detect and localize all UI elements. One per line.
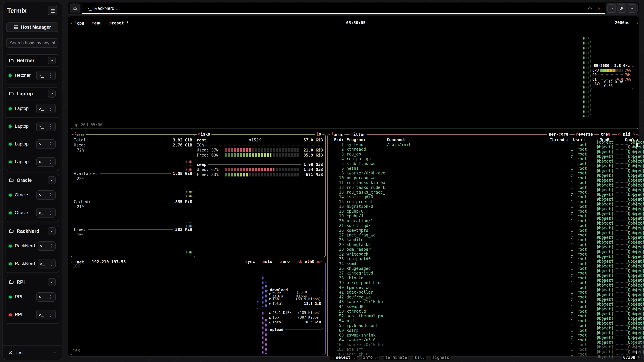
process-row[interactable]: 43 kworker/1:1H-kbl 1 root [object Objec… xyxy=(328,300,639,304)
net-sync-button[interactable]: sync xyxy=(244,259,256,264)
host-group-header[interactable]: Laptop xyxy=(6,88,59,99)
host-group-header[interactable]: RackNerd xyxy=(6,225,59,237)
proc-reverse-button[interactable]: reverse xyxy=(574,132,594,137)
host-row[interactable]: Oracle >_ ⋮ xyxy=(6,186,59,204)
host-more-button[interactable]: ⋮ xyxy=(46,293,55,301)
cpu-menu-button[interactable]: menu xyxy=(90,21,103,25)
process-row[interactable]: 54 mld 1 root [object Object] [object Ob… xyxy=(328,319,639,323)
disks-box-title[interactable]: disks xyxy=(197,132,212,137)
tools-button[interactable] xyxy=(618,4,626,13)
host-row[interactable]: RPI >_ ⋮ xyxy=(6,288,59,306)
process-row[interactable]: 30 oom_reaper 1 root [object Object] [ob… xyxy=(328,247,639,252)
process-row[interactable]: 2 kthreadd 1 root [object Object] [objec… xyxy=(328,147,639,152)
proc-terminate-control[interactable]: terminate xyxy=(384,355,408,360)
tab-close-icon[interactable]: × xyxy=(598,5,601,11)
host-row[interactable]: Laptop >_ ⋮ xyxy=(6,135,59,153)
group-collapse-button[interactable] xyxy=(48,176,56,184)
col-pid[interactable]: Pid: xyxy=(330,137,344,142)
group-collapse-button[interactable] xyxy=(48,90,56,97)
process-row[interactable]: 27 inet_frag_wq 1 root [object Object] [… xyxy=(328,233,639,238)
proc-select-control[interactable]: ↑ select ↓ xyxy=(330,355,357,360)
process-row[interactable]: 63 zswap-shrink 1 root [object Object] [… xyxy=(328,333,639,338)
host-manager-button[interactable]: Host Manager xyxy=(6,22,58,32)
process-row[interactable]: 12 rcu_tasks_rude_k 1 root [object Objec… xyxy=(328,185,639,190)
process-row[interactable]: 29 khungtaskd 1 root [object Object] [ob… xyxy=(328,242,639,247)
host-more-button[interactable]: ⋮ xyxy=(46,122,55,131)
host-terminal-button[interactable]: >_ xyxy=(38,259,47,268)
process-row[interactable]: 5 slub_flushwq 1 root [object Object] [o… xyxy=(328,161,639,166)
proc-kill-control[interactable]: kill xyxy=(414,355,426,360)
process-row[interactable]: 42 devfreq_wq 1 root [object Object] [ob… xyxy=(328,295,639,299)
host-more-button[interactable]: ⋮ xyxy=(46,158,55,166)
home-button[interactable] xyxy=(70,3,80,13)
process-row[interactable]: 18 cpuhp/0 1 root [object Object] [objec… xyxy=(328,209,639,214)
host-terminal-button[interactable]: >_ xyxy=(38,242,47,250)
host-terminal-button[interactable]: >_ xyxy=(36,140,46,148)
host-terminal-button[interactable]: >_ xyxy=(36,191,46,199)
tab-racknerd-1[interactable]: >_ RackNerd 1 × xyxy=(82,3,606,14)
host-more-button[interactable]: ⋮ xyxy=(46,71,55,80)
sidebar-footer[interactable]: test xyxy=(3,345,62,360)
col-threads[interactable]: Threads: xyxy=(544,137,569,142)
group-collapse-button[interactable] xyxy=(48,57,56,64)
process-row[interactable]: 6 netns 1 root [object Object] [object O… xyxy=(328,166,639,171)
host-terminal-button[interactable]: >_ xyxy=(36,158,46,166)
host-row[interactable]: Laptop >_ ⋮ xyxy=(6,117,59,135)
process-row[interactable]: 52 acpi_thermal_pm 1 root [object Object… xyxy=(328,314,639,319)
host-terminal-button[interactable]: >_ xyxy=(36,104,46,113)
process-row[interactable]: 50 kthrotld 1 root [object Object] [obje… xyxy=(328,309,639,314)
host-terminal-button[interactable]: >_ xyxy=(36,122,46,131)
host-row[interactable]: Hetzner >_ ⋮ xyxy=(6,66,59,84)
process-row[interactable]: 4 rcu_par_gp 1 root [object Object] [obj… xyxy=(328,157,639,161)
host-group-header[interactable]: Oracle xyxy=(6,174,59,186)
host-row[interactable]: Laptop >_ ⋮ xyxy=(6,99,59,117)
process-row[interactable]: 8 kworker/0:0H-eve 1 root [object Object… xyxy=(328,171,639,175)
chevron-up-icon[interactable] xyxy=(52,351,57,355)
terminal[interactable]: 1cpu menu preset * 03:30:05 - 2000ms + E… xyxy=(68,16,639,357)
process-row[interactable]: 55 ipv6_addrconf 1 root [object Object] … xyxy=(328,323,639,328)
host-row[interactable]: RPI >_ ⋮ xyxy=(6,306,59,324)
process-row[interactable]: 167 ata_sff 1 root [object Object] [obje… xyxy=(328,347,639,352)
host-terminal-button[interactable]: >_ xyxy=(36,209,46,217)
process-row[interactable]: 20 migration/1 1 root [object Object] [o… xyxy=(328,218,639,223)
col-user[interactable]: User: xyxy=(569,137,588,142)
process-row[interactable]: 38 kblockd 1 root [object Object] [objec… xyxy=(328,276,639,280)
search-input[interactable] xyxy=(6,38,58,48)
process-row[interactable]: 34 ksmd 1 root [object Object] [object O… xyxy=(328,261,639,266)
split-view-icon[interactable] xyxy=(588,6,593,11)
host-more-button[interactable]: ⋮ xyxy=(47,242,55,250)
process-row[interactable]: 15 rcu_preempt 1 root [object Object] [o… xyxy=(328,199,639,204)
process-row[interactable]: 32 writeback 1 root [object Object] [obj… xyxy=(328,252,639,257)
process-row[interactable]: 60 kstrp 1 root [object Object] [object … xyxy=(328,328,639,333)
group-collapse-button[interactable] xyxy=(48,278,56,286)
process-row[interactable]: 28 kauditd 1 root [object Object] [objec… xyxy=(328,238,639,242)
proc-scrollbar-thumb[interactable] xyxy=(636,143,638,147)
host-row[interactable]: RackNerd >_ ⋮ xyxy=(6,255,59,273)
process-row[interactable]: 16 migration/0 1 root [object Object] [o… xyxy=(328,204,639,209)
process-row[interactable]: 11 rcu_tasks_kthrea 1 root [object Objec… xyxy=(328,180,639,185)
host-row[interactable]: Oracle >_ ⋮ xyxy=(6,204,59,222)
col-command[interactable]: Command: xyxy=(387,137,544,142)
process-row[interactable]: 19 cpuhp/1 1 root [object Object] [objec… xyxy=(328,214,639,218)
host-more-button[interactable]: ⋮ xyxy=(46,310,55,319)
process-row[interactable]: 64 kworker/u5:0 1 root [object Object] [… xyxy=(328,338,639,342)
group-collapse-button[interactable] xyxy=(48,227,56,235)
host-group-header[interactable]: Hetzner xyxy=(6,55,59,66)
process-row[interactable]: 41 edac-poller 1 root [object Object] [o… xyxy=(328,290,639,295)
tab-next-button[interactable] xyxy=(628,4,636,13)
proc-info-control[interactable]: info ↵ xyxy=(362,355,379,360)
net-interface-switcher[interactable]: <b eth0 n> xyxy=(296,259,323,264)
process-row[interactable]: 1 systemd /sbin/init 1 root [object Obje… xyxy=(328,142,639,147)
proc-signals-control[interactable]: signals xyxy=(431,355,450,360)
process-row[interactable]: 44 kswapd0 1 root [object Object] [objec… xyxy=(328,304,639,309)
process-row[interactable]: 39 blkcg_punt_bio 1 root [object Object]… xyxy=(328,280,639,285)
proc-percore-button[interactable]: per-core xyxy=(548,132,570,137)
host-row[interactable]: RackNerd >_ ⋮ xyxy=(6,237,59,255)
host-group-header[interactable]: RPI xyxy=(6,276,59,288)
process-row[interactable]: 40 tpm_dev_wq 1 root [object Object] [ob… xyxy=(328,285,639,290)
host-terminal-button[interactable]: >_ xyxy=(36,293,46,301)
tab-prev-button[interactable] xyxy=(608,4,616,13)
disks-io-button[interactable]: io xyxy=(315,132,322,137)
process-row[interactable]: 162 kworker/0:1H-kbl 1 root [object Obje… xyxy=(328,343,639,347)
host-terminal-button[interactable]: >_ xyxy=(36,310,46,319)
